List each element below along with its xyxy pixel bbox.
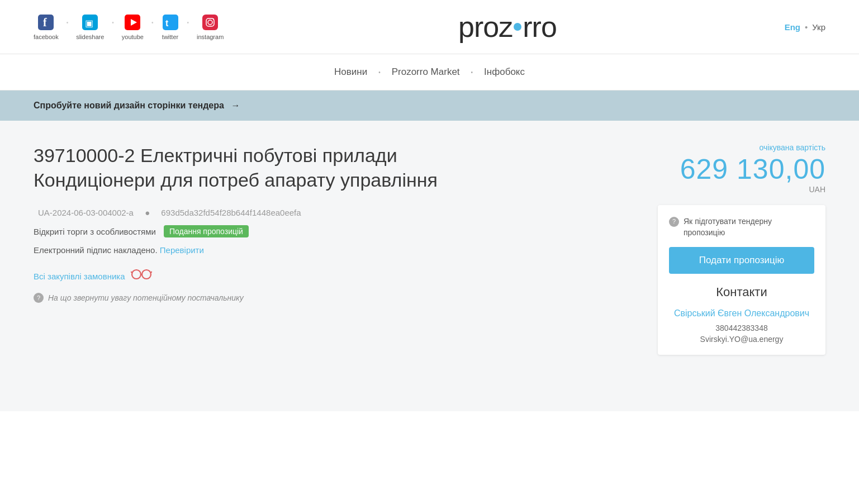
logo-dot — [514, 23, 521, 31]
svg-text:f: f — [43, 16, 47, 28]
slideshare-label: slideshare — [76, 34, 104, 40]
youtube-icon — [124, 13, 141, 31]
tender-type-row: Відкриті торги з особливостями Подання п… — [34, 225, 635, 237]
sign-text: Електронний підпис накладено. — [34, 245, 158, 255]
dot-1: • — [67, 20, 69, 35]
svg-rect-8 — [202, 15, 218, 30]
lang-ukr[interactable]: Укр — [812, 22, 825, 32]
nav-dot-2: • — [471, 69, 473, 75]
help-icon: ? — [669, 217, 679, 227]
facebook-icon: f — [37, 13, 55, 31]
twitter-label: twitter — [162, 34, 178, 40]
social-twitter[interactable]: t twitter — [155, 13, 186, 40]
banner-arrow: → — [231, 101, 240, 110]
svg-text:▣: ▣ — [85, 18, 93, 28]
svg-point-11 — [213, 18, 214, 20]
dot-2: • — [112, 20, 114, 35]
logo[interactable]: proz rro — [230, 10, 784, 44]
svg-point-12 — [132, 270, 141, 279]
hint-text: На що звернути увагу потенційному постач… — [48, 293, 244, 302]
language-switcher: Eng • Укр — [785, 22, 825, 32]
nav-novyny[interactable]: Новини — [334, 66, 367, 78]
main-content: 39710000-2 Електричні побутові прилади К… — [0, 121, 859, 411]
help-text: Як підготувати тендерну пропозицію — [684, 216, 814, 238]
svg-point-13 — [142, 270, 151, 279]
nav-dot-1: • — [378, 69, 381, 75]
expected-currency: UAH — [658, 185, 825, 194]
banner-message: Спробуйте новий дизайн сторінки тендера — [34, 101, 224, 110]
svg-line-15 — [131, 272, 132, 273]
instagram-label: instagram — [197, 34, 224, 40]
social-facebook[interactable]: f facebook — [34, 13, 65, 40]
expected-label: очікувана вартість — [658, 143, 825, 152]
lang-separator: • — [805, 22, 808, 32]
all-purchases-row: Всі закупівлі замовника — [34, 268, 635, 284]
verify-link[interactable]: Перевірити — [160, 245, 204, 255]
social-links: f facebook • ▣ slideshare • you — [34, 13, 230, 40]
contacts-title: Контакти — [669, 285, 814, 299]
dot-3: • — [151, 20, 154, 35]
twitter-icon: t — [162, 13, 179, 31]
svg-line-16 — [151, 272, 152, 273]
youtube-label: youtube — [122, 34, 144, 40]
social-slideshare[interactable]: ▣ slideshare — [69, 13, 111, 40]
new-design-banner[interactable]: Спробуйте новий дизайн сторінки тендера … — [0, 91, 859, 121]
page-header: f facebook • ▣ slideshare • you — [0, 0, 859, 54]
logo-part2: rro — [523, 10, 557, 44]
social-youtube[interactable]: youtube — [115, 13, 150, 40]
tender-id-row: UA-2024-06-03-004002-а ● 693d5da32fd54f2… — [34, 208, 635, 217]
expected-value: 629 130,00 — [658, 154, 825, 185]
all-purchases-link[interactable]: Всі закупівлі замовника — [34, 272, 125, 281]
tender-type: Відкриті торги з особливостями — [34, 227, 156, 236]
facebook-label: facebook — [34, 34, 59, 40]
contact-phone: 380442383348 — [669, 324, 814, 332]
hint-icon: ? — [34, 293, 44, 303]
contact-name: Свірський Євген Олександрович — [669, 307, 814, 320]
tender-id-sep: ● — [145, 208, 150, 217]
hint-row: ? На що звернути увагу потенційному пост… — [34, 293, 635, 303]
logo-part1: proz — [458, 10, 512, 44]
contact-email: Svirskyi.YO@ua.energy — [669, 335, 814, 344]
help-row: ? Як підготувати тендерну пропозицію — [669, 216, 814, 238]
tender-title: 39710000-2 Електричні побутові прилади К… — [34, 143, 481, 192]
tender-hash: 693d5da32fd54f28b644f1448ea0eefa — [161, 208, 301, 217]
social-instagram[interactable]: instagram — [190, 13, 230, 40]
slideshare-icon: ▣ — [81, 13, 99, 31]
main-nav: Новини • Prozorro Market • Інфобокс — [0, 54, 859, 91]
banner-text: Спробуйте новий дизайн сторінки тендера … — [34, 101, 240, 110]
tender-sign-row: Електронний підпис накладено. Перевірити — [34, 245, 635, 255]
tender-sidebar: очікувана вартість 629 130,00 UAH ? Як п… — [658, 143, 825, 389]
tender-details: 39710000-2 Електричні побутові прилади К… — [34, 143, 635, 389]
logo-text: proz rro — [458, 10, 557, 44]
submit-proposal-button[interactable]: Подати пропозицію — [669, 247, 814, 274]
sidebar-card: ? Як підготувати тендерну пропозицію Под… — [658, 205, 825, 355]
dot-4: • — [187, 20, 189, 35]
glasses-icon — [131, 268, 152, 284]
instagram-icon — [201, 13, 219, 31]
lang-eng[interactable]: Eng — [785, 22, 800, 32]
nav-market[interactable]: Prozorro Market — [392, 66, 460, 78]
nav-infobox[interactable]: Інфобокс — [484, 66, 525, 78]
svg-text:t: t — [165, 18, 169, 28]
status-badge: Подання пропозицій — [164, 225, 249, 237]
tender-id-text: UA-2024-06-03-004002-а — [38, 208, 134, 217]
